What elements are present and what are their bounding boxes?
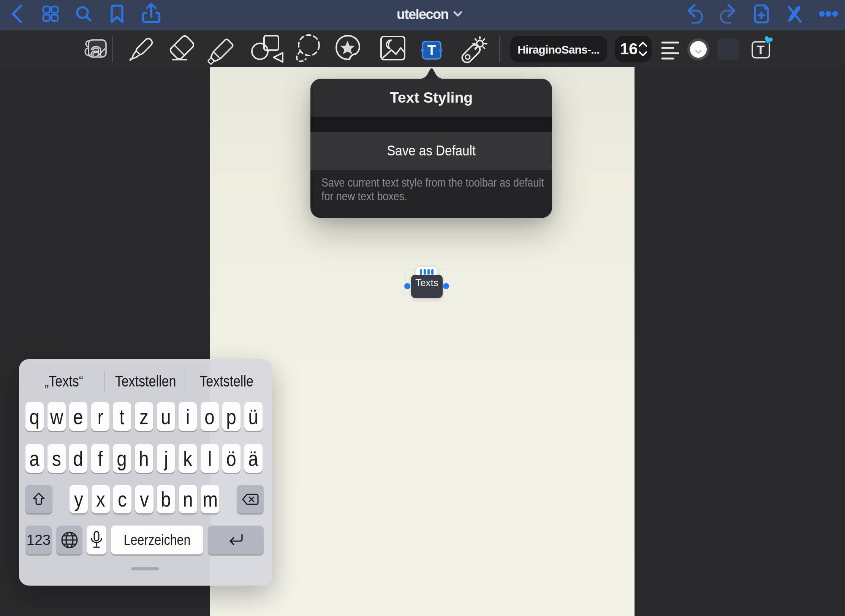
svg-text:a: a — [90, 38, 103, 63]
svg-text:T: T — [757, 43, 765, 57]
svg-text:utelecon: utelecon — [397, 6, 448, 22]
svg-text:T: T — [427, 43, 436, 58]
svg-text:16: 16 — [620, 40, 638, 58]
svg-text:HiraginoSans-...: HiraginoSans-... — [517, 43, 600, 56]
